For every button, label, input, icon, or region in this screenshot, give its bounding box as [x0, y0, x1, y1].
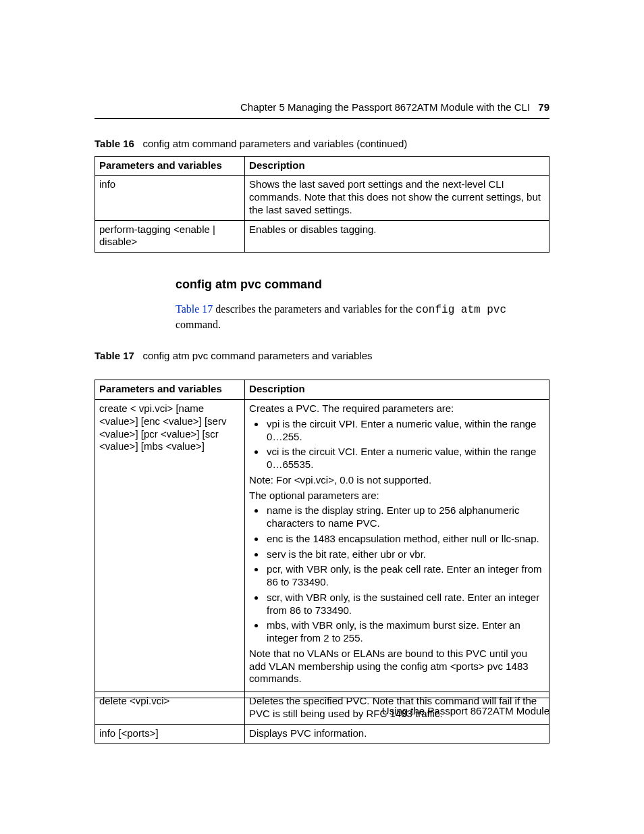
table-row: create < vpi.vci> [name <value>] [enc <v… — [95, 400, 549, 692]
optional-list: name is the display string. Enter up to … — [249, 504, 545, 645]
cell-desc: Creates a PVC. The required parameters a… — [245, 400, 549, 692]
desc-intro: Creates a PVC. The required parameters a… — [249, 402, 545, 415]
footer: Using the Passport 8672ATM Module — [95, 698, 549, 718]
desc-opt-intro: The optional parameters are: — [249, 490, 545, 502]
cell-param: create < vpi.vci> [name <value>] [enc <v… — [95, 400, 245, 692]
list-item: serv is the bit rate, either ubr or vbr. — [265, 548, 545, 561]
table16: Parameters and variables Description inf… — [95, 156, 549, 253]
cell-desc: Enables or disables tagging. — [245, 220, 549, 253]
page: Chapter 5 Managing the Passport 8672ATM … — [0, 0, 644, 834]
section-heading: config atm pvc command — [176, 277, 549, 292]
cell-param: perform-tagging <enable | disable> — [95, 220, 245, 253]
list-item: vpi is the circuit VPI. Enter a numeric … — [265, 418, 545, 444]
table-header-row: Parameters and variables Description — [95, 156, 549, 176]
list-item: pcr, with VBR only, is the peak cell rat… — [265, 563, 545, 589]
cell-param: info [<ports>] — [95, 724, 245, 744]
table17-caption-text: config atm pvc command parameters and va… — [142, 350, 372, 361]
desc-note2: Note that no VLANs or ELANs are bound to… — [249, 648, 545, 685]
chapter-title: Chapter 5 Managing the Passport 8672ATM … — [240, 101, 530, 113]
desc-note1: Note: For <vpi.vci>, 0.0 is not supporte… — [249, 474, 545, 487]
cell-desc: Displays PVC information. — [245, 724, 549, 744]
th-description: Description — [245, 156, 549, 176]
table16-label: Table 16 — [95, 138, 134, 149]
cell-desc: Shows the last saved port settings and t… — [245, 176, 549, 220]
page-number: 79 — [533, 101, 549, 113]
footer-rule — [95, 698, 549, 698]
para-mono: config atm pvc — [416, 304, 506, 316]
th-description: Description — [245, 380, 549, 400]
header-rule — [95, 118, 549, 119]
table16-caption: Table 16 config atm command parameters a… — [95, 138, 549, 151]
table-row: perform-tagging <enable | disable> Enabl… — [95, 220, 549, 253]
table17-label: Table 17 — [95, 350, 134, 361]
table16-caption-text: config atm command parameters and variab… — [142, 138, 407, 149]
list-item: enc is the 1483 encapsulation method, ei… — [265, 533, 545, 546]
list-item: scr, with VBR only, is the sustained cel… — [265, 592, 545, 617]
section-paragraph: Table 17 describes the parameters and va… — [176, 302, 549, 332]
table17-caption: Table 17 config atm pvc command paramete… — [95, 350, 549, 363]
table17: Parameters and variables Description cre… — [95, 380, 549, 744]
th-parameters: Parameters and variables — [95, 156, 245, 176]
running-footer: Using the Passport 8672ATM Module — [95, 705, 549, 718]
list-item: vci is the circuit VCI. Enter a numeric … — [265, 446, 545, 471]
para-text: describes the parameters and variables f… — [213, 303, 415, 315]
table17-xref[interactable]: Table 17 — [176, 303, 213, 315]
list-item: mbs, with VBR only, is the maximum burst… — [265, 619, 545, 645]
table-row: info [<ports>] Displays PVC information. — [95, 724, 549, 744]
running-header: Chapter 5 Managing the Passport 8672ATM … — [95, 101, 549, 114]
table-row: info Shows the last saved port settings … — [95, 176, 549, 220]
table-header-row: Parameters and variables Description — [95, 380, 549, 400]
required-list: vpi is the circuit VPI. Enter a numeric … — [249, 418, 545, 471]
th-parameters: Parameters and variables — [95, 380, 245, 400]
para-tail: command. — [176, 319, 221, 330]
list-item: name is the display string. Enter up to … — [265, 504, 545, 530]
cell-param: info — [95, 176, 245, 220]
